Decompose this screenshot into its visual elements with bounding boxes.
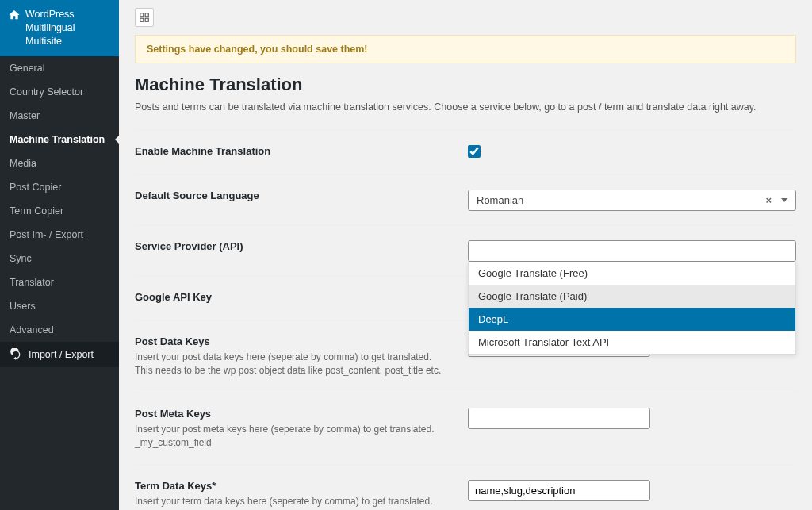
select-provider-dropdown: Google Translate (Free) Google Translate… bbox=[468, 262, 796, 355]
sidebar-item-import-export[interactable]: Import / Export bbox=[0, 342, 119, 367]
select-provider[interactable]: Google Translate (Free) Google Translate… bbox=[468, 240, 796, 262]
row-provider: Service Provider (API) Google Translate … bbox=[135, 225, 796, 276]
svg-rect-3 bbox=[145, 18, 148, 21]
input-term-data-keys[interactable] bbox=[468, 480, 650, 501]
sidebar-item-term-copier[interactable]: Term Copier bbox=[0, 199, 119, 223]
label-enable: Enable Machine Translation bbox=[135, 145, 449, 157]
sidebar-item-media[interactable]: Media bbox=[0, 151, 119, 175]
label-post-data-keys: Post Data Keys bbox=[135, 336, 449, 347]
sidebar-item-users[interactable]: Users bbox=[0, 294, 119, 318]
help-term-data-keys: Insert your term data keys here (seperat… bbox=[135, 495, 449, 510]
notice-banner: Settings have changed, you should save t… bbox=[135, 35, 796, 63]
provider-option[interactable]: Google Translate (Paid) bbox=[469, 285, 795, 308]
label-google-key: Google API Key bbox=[135, 291, 449, 303]
chevron-down-icon bbox=[781, 198, 787, 202]
provider-option[interactable]: DeepL bbox=[469, 308, 795, 331]
row-enable: Enable Machine Translation bbox=[135, 130, 796, 174]
clear-icon[interactable]: × bbox=[765, 194, 772, 206]
input-post-meta-keys[interactable] bbox=[468, 408, 650, 429]
row-post-meta-keys: Post Meta Keys Insert your post meta key… bbox=[135, 393, 796, 465]
main-content: Settings have changed, you should save t… bbox=[119, 0, 812, 510]
sidebar-header[interactable]: WordPress Multilingual Multisite bbox=[0, 0, 119, 56]
svg-rect-2 bbox=[140, 18, 144, 21]
label-term-data-keys: Term Data Keys* bbox=[135, 480, 449, 492]
sidebar-item-country-selector[interactable]: Country Selector bbox=[0, 80, 119, 104]
svg-rect-1 bbox=[145, 13, 148, 17]
layout-grid-button[interactable] bbox=[135, 8, 154, 27]
label-post-meta-keys: Post Meta Keys bbox=[135, 408, 449, 420]
provider-option[interactable]: Microsoft Translator Text API bbox=[469, 331, 795, 354]
sidebar-item-translator[interactable]: Translator bbox=[0, 270, 119, 294]
page-title: Machine Translation bbox=[135, 75, 796, 95]
row-source-lang: Default Source Language Romanian × bbox=[135, 174, 796, 225]
label-provider: Service Provider (API) bbox=[135, 240, 449, 252]
svg-rect-0 bbox=[140, 13, 144, 17]
sidebar-item-master[interactable]: Master bbox=[0, 104, 119, 128]
page-description: Posts and terms can be translated via ma… bbox=[135, 102, 796, 113]
select-provider-search[interactable] bbox=[468, 240, 796, 262]
sidebar-item-advanced[interactable]: Advanced bbox=[0, 318, 119, 342]
row-term-data-keys: Term Data Keys* Insert your term data ke… bbox=[135, 465, 796, 510]
home-icon bbox=[8, 9, 21, 24]
help-post-meta-keys: Insert your post meta keys here (seperat… bbox=[135, 423, 449, 451]
sidebar-item-general[interactable]: General bbox=[0, 56, 119, 80]
sidebar: WordPress Multilingual Multisite General… bbox=[0, 0, 119, 510]
sidebar-item-post-copier[interactable]: Post Copier bbox=[0, 175, 119, 199]
help-post-data-keys: Insert your post data keys here (seperat… bbox=[135, 351, 449, 378]
label-source-lang: Default Source Language bbox=[135, 190, 449, 201]
sidebar-item-machine-translation[interactable]: Machine Translation bbox=[0, 128, 119, 151]
notice-text: Settings have changed, you should save t… bbox=[147, 44, 368, 55]
refresh-icon bbox=[10, 348, 22, 361]
grid-icon bbox=[139, 12, 150, 23]
checkbox-enable[interactable] bbox=[468, 145, 481, 158]
sidebar-item-post-im-export[interactable]: Post Im- / Export bbox=[0, 223, 119, 247]
select-source-lang[interactable]: Romanian × bbox=[468, 190, 796, 211]
site-title: WordPress Multilingual Multisite bbox=[25, 8, 111, 48]
sidebar-item-sync[interactable]: Sync bbox=[0, 247, 119, 270]
select-source-lang-value: Romanian bbox=[477, 194, 523, 206]
provider-option[interactable]: Google Translate (Free) bbox=[469, 262, 795, 285]
